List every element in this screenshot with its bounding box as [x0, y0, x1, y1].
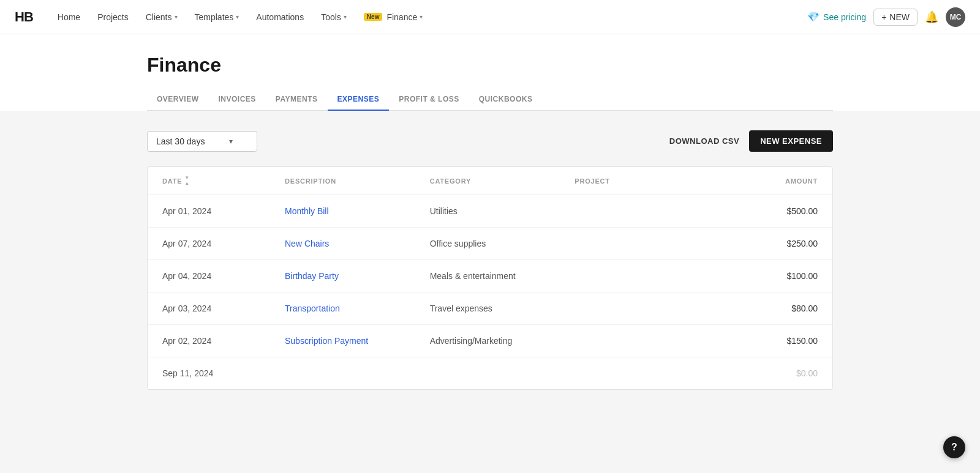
cell-category: Advertising/Marketing — [430, 336, 575, 346]
nav-tools[interactable]: Tools ▾ — [314, 7, 354, 27]
cell-amount: $80.00 — [720, 304, 818, 313]
cell-date: Apr 02, 2024 — [162, 336, 285, 346]
table-header: DATE ▼ ▲ DESCRIPTION CATEGORY PROJECT AM… — [148, 167, 832, 195]
cell-category: Office supplies — [430, 239, 575, 248]
sort-asc-icon: ▲ — [184, 181, 190, 186]
chevron-down-icon: ▾ — [236, 13, 239, 20]
column-description: DESCRIPTION — [285, 176, 430, 186]
cell-date: Apr 01, 2024 — [162, 206, 285, 216]
tab-invoices[interactable]: INVOICES — [208, 89, 265, 111]
table-body: Apr 01, 2024 Monthly Bill Utilities $500… — [148, 195, 832, 389]
cell-amount: $100.00 — [720, 271, 818, 281]
tabs: OVERVIEW INVOICES PAYMENTS EXPENSES PROF… — [147, 89, 833, 111]
cell-category: Meals & entertainment — [430, 271, 575, 281]
tab-quickbooks[interactable]: QUICKBOOKS — [469, 89, 543, 111]
column-amount: AMOUNT — [720, 176, 818, 186]
cell-amount: $500.00 — [720, 206, 818, 216]
cell-description[interactable]: Monthly Bill — [285, 206, 430, 216]
cell-description[interactable]: Subscription Payment — [285, 336, 430, 346]
chevron-down-icon: ▾ — [229, 137, 233, 146]
cell-category: Utilities — [430, 206, 575, 216]
table-row: Apr 04, 2024 Birthday Party Meals & ente… — [148, 260, 832, 292]
table-row: Apr 02, 2024 Subscription Payment Advert… — [148, 325, 832, 357]
sort-icons: ▼ ▲ — [184, 176, 190, 186]
avatar[interactable]: MC — [946, 7, 965, 27]
nav-home[interactable]: Home — [50, 7, 88, 27]
table-row: Sep 11, 2024 $0.00 — [148, 357, 832, 389]
expenses-table: DATE ▼ ▲ DESCRIPTION CATEGORY PROJECT AM… — [147, 166, 833, 390]
chevron-down-icon: ▾ — [175, 13, 178, 20]
tab-expenses[interactable]: EXPENSES — [328, 89, 390, 111]
cell-date: Apr 07, 2024 — [162, 239, 285, 248]
cell-date: Apr 04, 2024 — [162, 271, 285, 281]
navbar: HB Home Projects Clients ▾ Templates ▾ A… — [0, 0, 980, 34]
cell-description[interactable]: New Chairs — [285, 239, 430, 248]
logo[interactable]: HB — [15, 9, 33, 25]
nav-links: Home Projects Clients ▾ Templates ▾ Auto… — [50, 7, 807, 27]
help-button[interactable]: ? — [943, 436, 965, 458]
notification-bell-icon[interactable]: 🔔 — [925, 10, 938, 24]
cell-category: Travel expenses — [430, 304, 575, 313]
chevron-down-icon: ▾ — [420, 13, 423, 20]
table-row: Apr 01, 2024 Monthly Bill Utilities $500… — [148, 195, 832, 228]
new-button[interactable]: + NEW — [873, 9, 918, 26]
tab-overview[interactable]: OVERVIEW — [147, 89, 208, 111]
nav-clients[interactable]: Clients ▾ — [138, 7, 185, 27]
page-header: Finance OVERVIEW INVOICES PAYMENTS EXPEN… — [0, 34, 980, 111]
see-pricing-button[interactable]: 💎 See pricing — [807, 11, 866, 23]
toolbar-right: DOWNLOAD CSV NEW EXPENSE — [669, 130, 833, 152]
main-area: Last 30 days ▾ DOWNLOAD CSV NEW EXPENSE … — [0, 111, 980, 473]
column-category: CATEGORY — [430, 176, 575, 186]
navbar-right: 💎 See pricing + NEW 🔔 MC — [807, 7, 965, 27]
table-row: Apr 03, 2024 Transportation Travel expen… — [148, 292, 832, 325]
download-csv-button[interactable]: DOWNLOAD CSV — [669, 136, 739, 146]
toolbar: Last 30 days ▾ DOWNLOAD CSV NEW EXPENSE — [147, 130, 833, 152]
column-date[interactable]: DATE ▼ ▲ — [162, 176, 285, 186]
table-row: Apr 07, 2024 New Chairs Office supplies … — [148, 228, 832, 260]
column-project: PROJECT — [575, 176, 720, 186]
new-expense-button[interactable]: NEW EXPENSE — [749, 130, 833, 152]
nav-finance[interactable]: New Finance ▾ — [356, 7, 430, 27]
cell-date: Apr 03, 2024 — [162, 304, 285, 313]
nav-projects[interactable]: Projects — [90, 7, 136, 27]
nav-automations[interactable]: Automations — [249, 7, 311, 27]
date-filter-dropdown[interactable]: Last 30 days ▾ — [147, 131, 257, 152]
cell-description[interactable]: Birthday Party — [285, 271, 430, 281]
sort-desc-icon: ▼ — [184, 176, 190, 181]
date-filter-label: Last 30 days — [156, 136, 205, 146]
cell-description[interactable]: Transportation — [285, 304, 430, 313]
page-content: Finance OVERVIEW INVOICES PAYMENTS EXPEN… — [0, 34, 980, 473]
gem-icon: 💎 — [807, 11, 820, 23]
new-badge: New — [364, 13, 383, 21]
cell-amount: $250.00 — [720, 239, 818, 248]
page-title: Finance — [147, 54, 833, 76]
tab-payments[interactable]: PAYMENTS — [266, 89, 328, 111]
chevron-down-icon: ▾ — [344, 13, 347, 20]
plus-icon: + — [881, 12, 886, 22]
tab-profit-loss[interactable]: PROFIT & LOSS — [389, 89, 469, 111]
nav-templates[interactable]: Templates ▾ — [187, 7, 247, 27]
cell-date: Sep 11, 2024 — [162, 368, 285, 378]
cell-amount: $0.00 — [720, 368, 818, 378]
cell-amount: $150.00 — [720, 336, 818, 346]
